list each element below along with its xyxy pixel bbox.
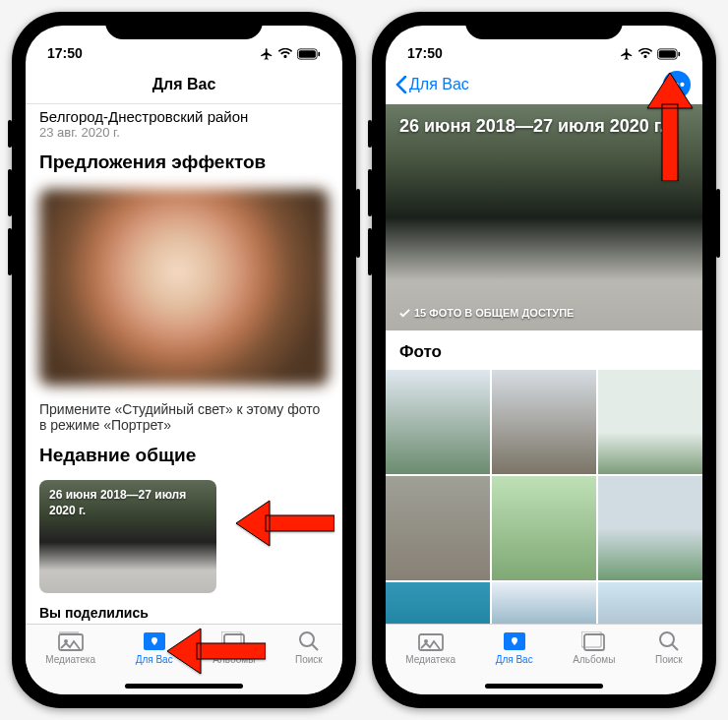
tab-search[interactable]: Поиск bbox=[295, 630, 323, 665]
tab-search-label: Поиск bbox=[655, 654, 683, 665]
svg-point-9 bbox=[300, 632, 314, 646]
svg-rect-15 bbox=[197, 643, 266, 659]
search-icon bbox=[296, 630, 322, 652]
for-you-icon bbox=[142, 630, 167, 652]
home-indicator[interactable] bbox=[485, 684, 603, 689]
memory-location[interactable]: Белгород-Днестровский район bbox=[26, 104, 342, 125]
for-you-icon bbox=[502, 630, 527, 652]
tab-for-you[interactable]: Для Вас bbox=[496, 630, 533, 665]
photo-thumb[interactable] bbox=[598, 476, 702, 580]
status-time: 17:50 bbox=[407, 45, 466, 61]
search-icon bbox=[656, 630, 682, 652]
check-icon bbox=[399, 308, 410, 319]
battery-icon bbox=[657, 48, 681, 60]
effects-heading: Предложения эффектов bbox=[26, 140, 342, 181]
airplane-icon bbox=[620, 47, 634, 61]
hero-shared-tag: 15 ФОТО В ОБЩЕМ ДОСТУПЕ bbox=[399, 307, 574, 319]
status-icons bbox=[260, 47, 321, 61]
home-indicator[interactable] bbox=[125, 684, 243, 689]
svg-rect-20 bbox=[659, 50, 676, 58]
photo-thumb[interactable] bbox=[386, 582, 490, 624]
svg-rect-4 bbox=[59, 631, 79, 634]
memory-date: 23 авг. 2020 г. bbox=[26, 125, 342, 140]
svg-point-27 bbox=[660, 632, 674, 646]
nav-title: Для Вас bbox=[152, 76, 216, 93]
status-icons bbox=[620, 47, 681, 61]
photo-thumb[interactable] bbox=[386, 476, 490, 580]
battery-icon bbox=[297, 48, 321, 60]
photo-thumb[interactable] bbox=[492, 582, 596, 624]
svg-marker-16 bbox=[167, 629, 201, 674]
wifi-icon bbox=[637, 48, 653, 60]
photos-heading: Фото bbox=[386, 330, 702, 370]
effects-caption: Примените «Студийный свет» к этому фото … bbox=[26, 393, 342, 433]
phone-left: 17:50 Для Вас Белгород-Днестровский райо… bbox=[12, 12, 356, 708]
shared-card[interactable]: 26 июня 2018—27 июля 2020 г. bbox=[39, 480, 216, 593]
tab-albums-label: Альбомы bbox=[573, 654, 615, 665]
notch bbox=[465, 12, 623, 39]
tab-for-you-label: Для Вас bbox=[496, 654, 533, 665]
photo-thumb[interactable] bbox=[386, 370, 490, 474]
notch bbox=[105, 12, 263, 39]
svg-marker-30 bbox=[647, 73, 693, 108]
annotation-arrow-tab bbox=[167, 627, 266, 676]
albums-icon bbox=[581, 630, 607, 652]
library-icon bbox=[418, 630, 444, 652]
chevron-left-icon bbox=[395, 76, 407, 93]
tab-library[interactable]: Медиатека bbox=[45, 630, 95, 665]
tab-library-label: Медиатека bbox=[405, 654, 455, 665]
content-right[interactable]: 26 июня 2018—27 июля 2020 г. 15 ФОТО В О… bbox=[386, 104, 702, 624]
photo-thumb[interactable] bbox=[492, 370, 596, 474]
shared-range: 26 июня 2018—27 июля 2020 г. bbox=[49, 488, 187, 518]
tab-albums[interactable]: Альбомы bbox=[573, 630, 615, 665]
tab-search-label: Поиск bbox=[295, 654, 323, 665]
navbar: Для Вас bbox=[26, 65, 342, 104]
tab-search[interactable]: Поиск bbox=[655, 630, 683, 665]
library-icon bbox=[58, 630, 84, 652]
svg-rect-1 bbox=[299, 50, 316, 58]
back-label: Для Вас bbox=[409, 76, 469, 93]
svg-line-28 bbox=[672, 644, 678, 650]
phone-right: 17:50 Для Вас ••• 26 июня 2018—27 июля 2… bbox=[372, 12, 716, 708]
effects-card[interactable] bbox=[39, 189, 329, 386]
svg-line-10 bbox=[312, 644, 318, 650]
photos-grid bbox=[386, 370, 702, 624]
back-button[interactable]: Для Вас bbox=[395, 76, 469, 93]
photo-thumb[interactable] bbox=[598, 582, 702, 624]
airplane-icon bbox=[260, 47, 273, 61]
recent-shared-heading: Недавние общие bbox=[26, 433, 342, 474]
svg-rect-11 bbox=[266, 515, 334, 531]
svg-marker-12 bbox=[236, 501, 270, 546]
tab-library-label: Медиатека bbox=[45, 654, 95, 665]
svg-rect-21 bbox=[678, 52, 680, 56]
photo-thumb[interactable] bbox=[598, 370, 702, 474]
tab-library[interactable]: Медиатека bbox=[405, 630, 455, 665]
status-time: 17:50 bbox=[47, 45, 106, 61]
shared-by: Вы поделились bbox=[39, 605, 149, 621]
annotation-arrow-more bbox=[643, 73, 697, 181]
svg-rect-2 bbox=[318, 52, 320, 56]
photo-thumb[interactable] bbox=[492, 476, 596, 580]
svg-rect-29 bbox=[662, 104, 678, 181]
annotation-arrow-shared bbox=[236, 499, 334, 548]
wifi-icon bbox=[277, 48, 293, 60]
